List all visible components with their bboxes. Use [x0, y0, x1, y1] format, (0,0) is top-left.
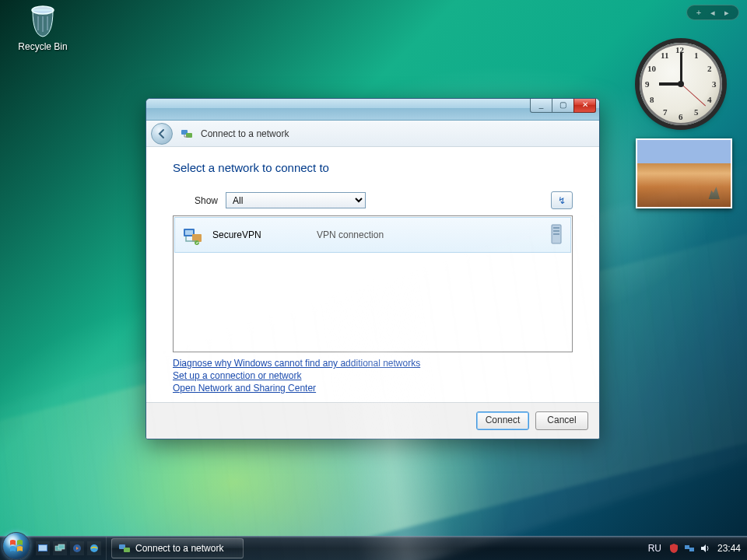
- minimize-button[interactable]: _: [530, 99, 552, 113]
- language-indicator[interactable]: RU: [648, 543, 661, 554]
- svg-rect-21: [689, 548, 694, 551]
- recycle-bin-label: Recycle Bin: [14, 41, 72, 52]
- svg-rect-11: [553, 233, 559, 235]
- show-desktop-icon[interactable]: [36, 541, 50, 555]
- clock-9: 9: [645, 80, 650, 89]
- clock-center: [678, 81, 684, 87]
- connect-button[interactable]: Connect: [476, 411, 529, 430]
- show-dropdown[interactable]: All: [226, 192, 366, 208]
- button-bar: Connect Cancel: [146, 402, 599, 439]
- clock-3: 3: [712, 80, 717, 89]
- clock-minute-hand: [680, 53, 682, 84]
- close-button[interactable]: ✕: [573, 99, 596, 113]
- slideshow-gadget[interactable]: [636, 138, 732, 208]
- svg-point-7: [195, 240, 199, 245]
- sidebar-prev-icon[interactable]: ◂: [706, 7, 720, 18]
- refresh-button[interactable]: ↯: [551, 191, 573, 209]
- refresh-icon: ↯: [558, 195, 566, 206]
- task-icon: [118, 542, 131, 555]
- clock-2: 2: [707, 65, 712, 73]
- taskbar[interactable]: Connect to a network RU 23:44: [0, 536, 747, 560]
- back-button[interactable]: [151, 123, 173, 145]
- arrow-left-icon: [156, 128, 167, 139]
- network-center-link[interactable]: Open Network and Sharing Center: [173, 382, 316, 394]
- task-connect-network[interactable]: Connect to a network: [111, 538, 244, 558]
- svg-rect-15: [58, 544, 65, 549]
- instruction-text: Select a network to connect to: [173, 161, 573, 174]
- network-type: VPN connection: [317, 229, 384, 240]
- window-title: Connect to a network: [201, 128, 289, 139]
- quick-launch: [33, 541, 104, 555]
- network-icon: [181, 128, 193, 140]
- desktop[interactable]: Recycle Bin + ◂ ▸ 12 1 2 3 4 5 6 7 8 9 1…: [0, 0, 747, 560]
- switch-windows-icon[interactable]: [53, 541, 67, 555]
- start-orb-icon: [2, 532, 30, 560]
- sidebar-add-icon[interactable]: +: [692, 7, 706, 18]
- svg-rect-9: [553, 227, 559, 229]
- diagnose-link[interactable]: Diagnose why Windows cannot find any add…: [173, 357, 420, 369]
- connect-network-window: _ ▢ ✕ Connect to a network Select a netw…: [146, 98, 600, 439]
- show-label: Show: [173, 195, 218, 206]
- taskbar-clock[interactable]: 23:44: [717, 543, 741, 554]
- titlebar[interactable]: _ ▢ ✕: [146, 99, 599, 121]
- cancel-button[interactable]: Cancel: [535, 411, 588, 430]
- sidebar-controls[interactable]: + ◂ ▸: [686, 5, 739, 20]
- recycle-bin-icon: [24, 2, 61, 40]
- server-icon: [549, 223, 564, 247]
- tray-network-icon[interactable]: [683, 542, 696, 555]
- svg-rect-19: [124, 548, 130, 552]
- clock-10: 10: [647, 65, 656, 73]
- system-tray: RU 23:44: [648, 537, 747, 560]
- clock-4: 4: [707, 96, 712, 104]
- clock-5: 5: [694, 108, 699, 117]
- tray-security-icon[interactable]: [668, 542, 680, 555]
- media-player-icon[interactable]: [70, 541, 84, 555]
- tray-volume-icon[interactable]: [699, 542, 711, 555]
- clock-8: 8: [650, 96, 654, 104]
- address-bar: Connect to a network: [146, 121, 599, 147]
- svg-rect-5: [185, 230, 193, 235]
- network-item[interactable]: SecureVPN VPN connection: [174, 217, 571, 253]
- recycle-bin[interactable]: Recycle Bin: [14, 2, 72, 52]
- clock-6: 6: [679, 113, 683, 121]
- clock-1: 1: [694, 51, 699, 60]
- start-button[interactable]: [0, 537, 33, 560]
- network-name: SecureVPN: [212, 229, 307, 240]
- task-label: Connect to a network: [135, 543, 223, 554]
- vpn-icon: [181, 224, 203, 246]
- clock-7: 7: [663, 108, 668, 117]
- ie-icon[interactable]: [87, 541, 101, 555]
- clock-11: 11: [661, 51, 668, 60]
- sidebar-next-icon[interactable]: ▸: [720, 7, 734, 18]
- svg-rect-20: [685, 545, 689, 549]
- taskbar-tasks: Connect to a network: [106, 537, 244, 560]
- clock-gadget[interactable]: 12 1 2 3 4 5 6 7 8 9 10 11: [640, 43, 722, 125]
- svg-rect-10: [553, 230, 559, 232]
- dialog-body: Select a network to connect to Show All …: [146, 147, 599, 402]
- network-list[interactable]: SecureVPN VPN connection: [173, 215, 573, 352]
- maximize-button[interactable]: ▢: [552, 99, 574, 113]
- clock-second-hand: [681, 84, 706, 107]
- setup-connection-link[interactable]: Set up a connection or network: [173, 369, 301, 382]
- svg-rect-13: [39, 545, 47, 551]
